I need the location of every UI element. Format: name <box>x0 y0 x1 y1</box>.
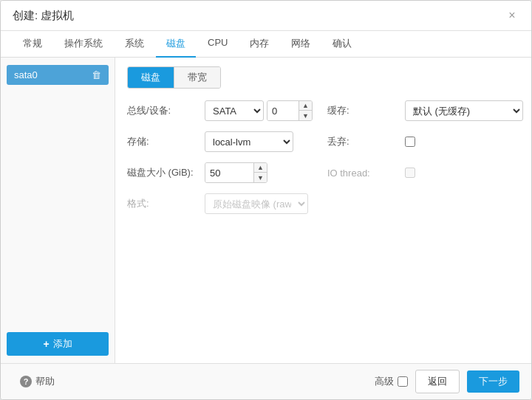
disk-size-control: ▲ ▼ <box>205 162 313 183</box>
help-label: 帮助 <box>35 375 55 388</box>
help-button[interactable]: ? 帮助 <box>13 371 62 392</box>
discard-row: 丢弃: <box>327 131 523 152</box>
tab-general[interactable]: 常规 <box>13 31 52 58</box>
plus-icon: + <box>43 338 49 350</box>
bus-select[interactable]: SATA <box>205 100 264 121</box>
sub-tab-bandwidth[interactable]: 带宽 <box>174 67 220 88</box>
disk-form: 总线/设备: SATA ▲ ▼ <box>127 100 519 224</box>
bottom-bar: ? 帮助 高级 返回 下一步 <box>1 363 531 399</box>
left-panel: sata0 🗑 + 添加 <box>1 58 115 363</box>
tab-network[interactable]: 网络 <box>281 31 321 58</box>
storage-select[interactable]: local-lvm <box>205 131 293 152</box>
cache-label: 缓存: <box>327 104 405 117</box>
disk-size-input[interactable] <box>205 162 253 183</box>
disk-size-spin-down[interactable]: ▼ <box>254 173 267 183</box>
storage-control: local-lvm <box>205 131 313 152</box>
main-content: sata0 🗑 + 添加 磁盘 带宽 总线/设备: <box>1 58 531 363</box>
right-panel: 磁盘 带宽 总线/设备: SATA <box>115 58 531 363</box>
tab-confirm[interactable]: 确认 <box>322 31 362 58</box>
close-button[interactable]: × <box>505 8 519 23</box>
help-icon: ? <box>20 376 32 387</box>
io-thread-label: IO thread: <box>327 168 405 179</box>
cache-select[interactable]: 默认 (无缓存) <box>405 100 523 121</box>
trash-icon[interactable]: 🗑 <box>92 69 101 80</box>
disk-size-spin-up[interactable]: ▲ <box>254 162 267 173</box>
dialog: 创建: 虚拟机 × 常规 操作系统 系统 磁盘 CPU 内存 网络 确认 sat… <box>0 0 532 400</box>
next-button[interactable]: 下一步 <box>467 370 519 393</box>
tab-disk[interactable]: 磁盘 <box>156 31 196 58</box>
bus-number-input[interactable] <box>267 100 299 121</box>
tab-navigation: 常规 操作系统 系统 磁盘 CPU 内存 网络 确认 <box>1 31 531 58</box>
disk-size-spinner: ▲ ▼ <box>205 162 267 183</box>
sub-tab-navigation: 磁盘 带宽 <box>127 66 221 89</box>
title-bar: 创建: 虚拟机 × <box>1 1 531 31</box>
bus-device-row: 总线/设备: SATA ▲ ▼ <box>127 100 313 121</box>
spinner-buttons: ▲ ▼ <box>299 100 312 121</box>
spin-up-button[interactable]: ▲ <box>299 100 312 111</box>
cache-control: 默认 (无缓存) <box>405 100 523 121</box>
disk-list-item[interactable]: sata0 🗑 <box>7 65 109 85</box>
discard-control <box>405 137 523 147</box>
format-row: 格式: 原始磁盘映像 (raw) <box>127 193 313 214</box>
io-thread-row: IO thread: <box>327 162 523 183</box>
form-right-col: 缓存: 默认 (无缓存) 丢弃: <box>327 100 523 224</box>
disk-size-label: 磁盘大小 (GiB): <box>127 166 205 179</box>
tab-system[interactable]: 系统 <box>115 31 154 58</box>
format-select: 原始磁盘映像 (raw) <box>205 193 308 214</box>
tab-os[interactable]: 操作系统 <box>54 31 113 58</box>
add-button-label: 添加 <box>53 337 72 351</box>
advanced-checkbox[interactable] <box>398 376 408 387</box>
storage-row: 存储: local-lvm <box>127 131 313 152</box>
disk-size-row: 磁盘大小 (GiB): ▲ ▼ <box>127 162 313 183</box>
disk-item-label: sata0 <box>14 69 38 80</box>
spin-down-button[interactable]: ▼ <box>299 111 312 121</box>
format-label: 格式: <box>127 197 205 210</box>
sub-tab-disk[interactable]: 磁盘 <box>128 67 174 88</box>
cache-row: 缓存: 默认 (无缓存) <box>327 100 523 121</box>
bus-label: 总线/设备: <box>127 104 205 117</box>
tab-memory[interactable]: 内存 <box>239 31 279 58</box>
add-disk-button[interactable]: + 添加 <box>7 332 109 356</box>
format-control: 原始磁盘映像 (raw) <box>205 193 313 214</box>
tab-cpu[interactable]: CPU <box>197 31 238 58</box>
storage-label: 存储: <box>127 135 205 148</box>
back-button[interactable]: 返回 <box>415 370 460 393</box>
form-left-col: 总线/设备: SATA ▲ ▼ <box>127 100 313 224</box>
disk-size-spinner-buttons: ▲ ▼ <box>253 162 267 183</box>
io-thread-checkbox <box>405 168 415 178</box>
discard-label: 丢弃: <box>327 135 405 148</box>
bus-control: SATA ▲ ▼ <box>205 100 313 121</box>
advanced-label: 高级 <box>375 375 394 388</box>
discard-checkbox[interactable] <box>405 137 415 147</box>
io-thread-control <box>405 168 523 178</box>
bus-number-spinner: ▲ ▼ <box>267 100 313 121</box>
bottom-right-actions: 高级 返回 下一步 <box>375 370 519 393</box>
advanced-area: 高级 <box>375 375 408 388</box>
dialog-title: 创建: 虚拟机 <box>13 9 74 23</box>
